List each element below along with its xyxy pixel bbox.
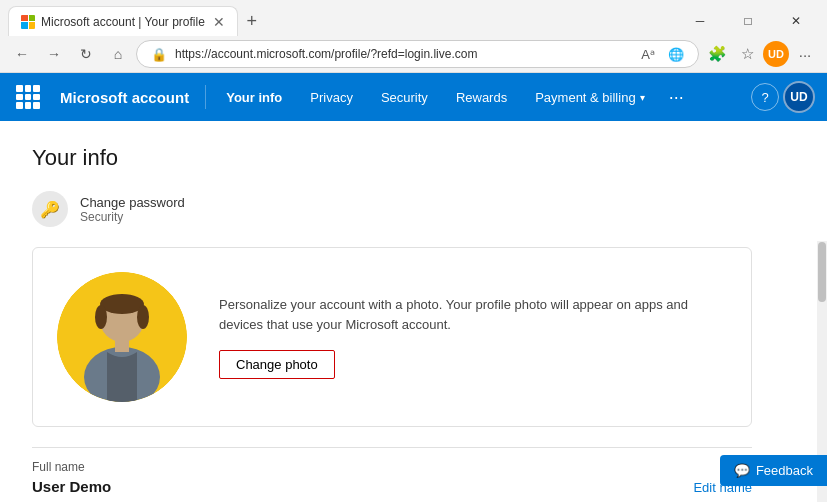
- nav-link-payment[interactable]: Payment & billing ▾: [523, 82, 656, 113]
- microsoft-nav: Microsoft account Your info Privacy Secu…: [0, 73, 827, 121]
- key-icon: 🔑: [40, 200, 60, 219]
- refresh-button[interactable]: ↻: [72, 40, 100, 68]
- favorites-button[interactable]: ☆: [733, 40, 761, 68]
- lock-icon: 🔒: [149, 44, 169, 64]
- password-text: Change password Security: [80, 195, 185, 224]
- nav-link-security[interactable]: Security: [369, 82, 440, 113]
- avatar-container: [57, 272, 187, 402]
- feedback-icon: 💬: [734, 463, 750, 478]
- user-avatar[interactable]: UD: [783, 81, 815, 113]
- avatar-background: [57, 272, 187, 402]
- profile-info: Personalize your account with a photo. Y…: [219, 295, 727, 379]
- tab-title: Microsoft account | Your profile: [41, 15, 205, 29]
- brand-name[interactable]: Microsoft account: [60, 89, 189, 106]
- title-bar: Microsoft account | Your profile ✕ + ─ □…: [0, 0, 827, 36]
- read-aloud-icon[interactable]: Aᵃ: [638, 44, 658, 64]
- close-button[interactable]: ✕: [773, 6, 819, 36]
- nav-more-button[interactable]: ···: [661, 79, 692, 116]
- tab-close-button[interactable]: ✕: [213, 14, 225, 30]
- name-section: Full name User Demo Edit name: [32, 447, 752, 495]
- nav-link-rewards[interactable]: Rewards: [444, 82, 519, 113]
- extensions-button[interactable]: 🧩: [703, 40, 731, 68]
- more-tools-button[interactable]: ···: [791, 40, 819, 68]
- tab-favicon-icon: [21, 15, 35, 29]
- minimize-button[interactable]: ─: [677, 6, 723, 36]
- nav-link-your-info[interactable]: Your info: [214, 82, 294, 113]
- nav-links: Your info Privacy Security Rewards Payme…: [214, 79, 747, 116]
- avatar-svg: [57, 272, 187, 402]
- page-title: Your info: [32, 145, 795, 171]
- url-text: https://account.microsoft.com/profile/?r…: [175, 47, 638, 61]
- address-bar: ← → ↻ ⌂ 🔒 https://account.microsoft.com/…: [0, 36, 827, 72]
- feedback-button[interactable]: 💬 Feedback: [720, 455, 827, 486]
- change-photo-button[interactable]: Change photo: [219, 350, 335, 379]
- change-password-label[interactable]: Change password: [80, 195, 185, 210]
- payment-chevron-icon: ▾: [640, 92, 645, 103]
- nav-divider: [205, 85, 206, 109]
- active-tab[interactable]: Microsoft account | Your profile ✕: [8, 6, 238, 36]
- svg-point-2: [100, 294, 144, 314]
- profile-card: Personalize your account with a photo. Y…: [32, 247, 752, 427]
- maximize-button[interactable]: □: [725, 6, 771, 36]
- main-content: Your info 🔑 Change password Security: [0, 121, 827, 502]
- browser-toolbar: 🧩 ☆ UD ···: [703, 40, 819, 68]
- home-button[interactable]: ⌂: [104, 40, 132, 68]
- full-name-label: Full name: [32, 460, 111, 474]
- svg-rect-6: [115, 338, 129, 352]
- forward-button[interactable]: →: [40, 40, 68, 68]
- window-controls: ─ □ ✕: [677, 6, 819, 36]
- svg-point-4: [137, 305, 149, 329]
- profile-description: Personalize your account with a photo. Y…: [219, 295, 727, 334]
- back-button[interactable]: ←: [8, 40, 36, 68]
- feedback-label: Feedback: [756, 463, 813, 478]
- name-group: Full name User Demo: [32, 460, 111, 495]
- scrollbar-thumb[interactable]: [818, 242, 826, 302]
- new-tab-button[interactable]: +: [238, 7, 266, 35]
- translation-icon[interactable]: 🌐: [666, 44, 686, 64]
- help-button[interactable]: ?: [751, 83, 779, 111]
- nav-link-privacy[interactable]: Privacy: [298, 82, 365, 113]
- svg-point-3: [95, 305, 107, 329]
- full-name-value: User Demo: [32, 478, 111, 495]
- browser-profile-avatar[interactable]: UD: [763, 41, 789, 67]
- address-input[interactable]: 🔒 https://account.microsoft.com/profile/…: [136, 40, 699, 68]
- browser-chrome: Microsoft account | Your profile ✕ + ─ □…: [0, 0, 827, 73]
- password-icon-circle: 🔑: [32, 191, 68, 227]
- security-sublabel: Security: [80, 210, 185, 224]
- change-password-action: 🔑 Change password Security: [32, 191, 795, 227]
- apps-grid-icon[interactable]: [12, 81, 44, 113]
